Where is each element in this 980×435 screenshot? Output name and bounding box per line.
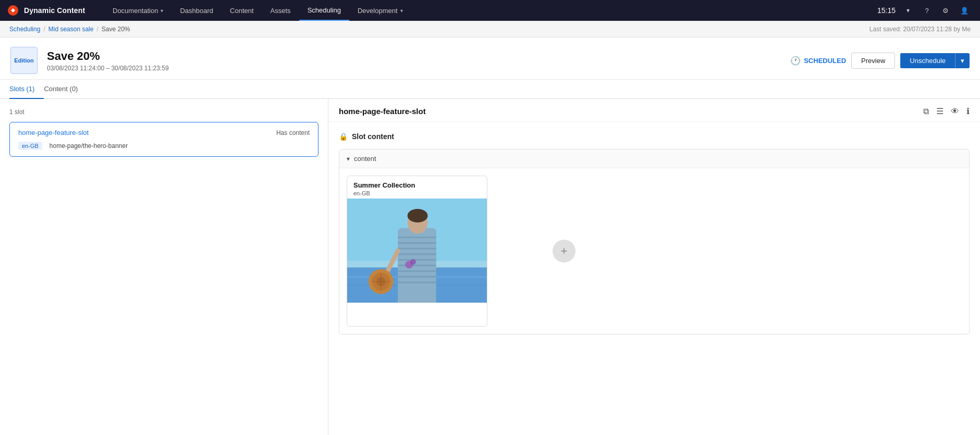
slot-card-header: home-page-feature-slot Has content xyxy=(18,129,310,136)
scheduled-label: SCHEDULED xyxy=(804,57,846,65)
page-header-actions: 🕐 SCHEDULED Preview Unschedule ▾ xyxy=(790,53,970,69)
eye-icon[interactable]: 👁 xyxy=(951,107,959,116)
preview-button[interactable]: Preview xyxy=(851,53,895,69)
page-dates: 03/08/2023 11:24:00 – 30/08/2023 11:23:5… xyxy=(47,65,781,72)
svg-rect-10 xyxy=(398,248,436,250)
breadcrumb-sep-2: / xyxy=(96,26,98,33)
right-panel-header: home-page-feature-slot ⧉ ☰ 👁 ℹ xyxy=(328,99,980,122)
svg-rect-11 xyxy=(398,253,436,255)
nav-item-assets[interactable]: Assets xyxy=(262,0,299,21)
content-card[interactable]: Summer Collection en-GB xyxy=(347,176,487,327)
lock-icon: 🔒 xyxy=(339,132,348,141)
nav-item-documentation[interactable]: Documentation ▾ xyxy=(104,0,172,21)
nav-label-dashboard: Dashboard xyxy=(180,7,213,15)
caret-development: ▾ xyxy=(400,8,403,14)
nav-label-assets: Assets xyxy=(271,7,291,15)
slot-row: en-GB home-page/the-hero-banner xyxy=(18,142,310,150)
plus-icon: + xyxy=(561,244,568,258)
slot-name: home-page-feature-slot xyxy=(18,129,89,136)
nav-items: Documentation ▾ Dashboard Content Assets… xyxy=(104,0,877,21)
slot-status: Has content xyxy=(276,129,310,136)
scheduled-clock-icon: 🕐 xyxy=(790,56,801,66)
nav-item-content[interactable]: Content xyxy=(222,0,262,21)
add-content-placeholder[interactable]: + xyxy=(494,176,634,327)
nav-item-development[interactable]: Development ▾ xyxy=(349,0,411,21)
right-panel-icons: ⧉ ☰ 👁 ℹ xyxy=(923,106,970,116)
chevron-down-icon: ▾ xyxy=(347,155,350,163)
tab-content[interactable]: Content (0) xyxy=(44,80,87,99)
breadcrumb-current: Save 20% xyxy=(102,26,130,33)
svg-rect-14 xyxy=(398,270,436,272)
breadcrumb-scheduling[interactable]: Scheduling xyxy=(9,26,40,33)
slot-content-label: Slot content xyxy=(352,132,394,141)
svg-rect-12 xyxy=(398,259,436,260)
user-icon[interactable]: 👤 xyxy=(958,4,971,17)
nav-label-development: Development xyxy=(358,7,398,15)
left-panel: 1 slot home-page-feature-slot Has conten… xyxy=(0,99,328,435)
nav-item-scheduling[interactable]: Scheduling xyxy=(299,0,349,21)
info-icon[interactable]: ℹ xyxy=(966,106,970,116)
breadcrumb-sep-1: / xyxy=(43,26,45,33)
svg-rect-16 xyxy=(398,281,436,283)
page-header-info: Save 20% 03/08/2023 11:24:00 – 30/08/202… xyxy=(47,49,781,72)
content-items-row: Summer Collection en-GB xyxy=(339,168,969,334)
svg-rect-9 xyxy=(398,242,436,244)
content-card-header: Summer Collection en-GB xyxy=(347,176,487,198)
current-time: 15:15 xyxy=(877,6,896,15)
content-card-image xyxy=(347,198,487,303)
brand-name: Dynamic Content xyxy=(24,6,85,15)
app-logo-icon xyxy=(7,5,19,16)
nav-label-documentation: Documentation xyxy=(113,7,158,15)
main-content: 1 slot home-page-feature-slot Has conten… xyxy=(0,99,980,435)
breadcrumb-bar: Scheduling / Mid season sale / Save 20% … xyxy=(0,21,980,38)
caret-documentation: ▾ xyxy=(161,8,163,14)
breadcrumb-mid-season[interactable]: Mid season sale xyxy=(48,26,94,33)
content-group: ▾ content Summer Collection en-GB xyxy=(339,149,970,334)
last-saved: Last saved: 20/07/2023 11:28 by Me xyxy=(869,26,971,33)
nav-item-dashboard[interactable]: Dashboard xyxy=(172,0,222,21)
help-icon[interactable]: ? xyxy=(921,4,933,17)
tab-slots[interactable]: Slots (1) xyxy=(9,80,44,99)
content-group-header[interactable]: ▾ content xyxy=(339,150,969,168)
svg-point-26 xyxy=(408,209,428,222)
list-icon[interactable]: ☰ xyxy=(936,106,944,116)
svg-rect-15 xyxy=(398,276,436,278)
page-title: Save 20% xyxy=(47,49,781,63)
unschedule-split-button[interactable]: ▾ xyxy=(955,53,970,68)
edition-badge: Edition xyxy=(10,47,38,74)
content-card-locale: en-GB xyxy=(353,190,481,196)
slot-content-header: 🔒 Slot content xyxy=(339,132,970,141)
brand-logo[interactable]: Dynamic Content xyxy=(0,0,104,21)
unschedule-button-group: Unschedule ▾ xyxy=(900,53,970,68)
topnav-right: 15:15 ▾ ? ⚙ 👤 xyxy=(877,4,980,17)
content-card-title: Summer Collection xyxy=(353,181,481,189)
settings-icon[interactable]: ⚙ xyxy=(939,4,952,17)
content-group-name: content xyxy=(354,155,376,163)
slot-panel-title: home-page-feature-slot xyxy=(339,107,426,116)
dropdown-icon[interactable]: ▾ xyxy=(902,4,914,17)
unschedule-button[interactable]: Unschedule xyxy=(900,53,955,68)
locale-badge: en-GB xyxy=(18,142,42,150)
top-navigation: Dynamic Content Documentation ▾ Dashboar… xyxy=(0,0,980,21)
scheduled-badge: 🕐 SCHEDULED xyxy=(790,56,846,66)
svg-point-24 xyxy=(410,259,416,265)
right-panel: home-page-feature-slot ⧉ ☰ 👁 ℹ 🔒 Slot co… xyxy=(328,99,980,435)
slot-count: 1 slot xyxy=(9,108,318,116)
slot-path: home-page/the-hero-banner xyxy=(50,142,128,150)
slot-card[interactable]: home-page-feature-slot Has content en-GB… xyxy=(9,122,318,157)
add-circle-icon: + xyxy=(553,240,575,263)
svg-rect-13 xyxy=(398,265,436,266)
svg-point-1 xyxy=(12,9,15,12)
page-header: Edition Save 20% 03/08/2023 11:24:00 – 3… xyxy=(0,38,980,80)
slot-content-section: 🔒 Slot content ▾ content Summer Collecti… xyxy=(328,122,980,334)
nav-label-content: Content xyxy=(230,7,254,15)
copy-icon[interactable]: ⧉ xyxy=(923,107,929,116)
nav-label-scheduling: Scheduling xyxy=(308,6,341,14)
tabs-bar: Slots (1) Content (0) xyxy=(0,80,980,99)
breadcrumb: Scheduling / Mid season sale / Save 20% xyxy=(9,26,130,33)
svg-rect-8 xyxy=(398,237,436,238)
